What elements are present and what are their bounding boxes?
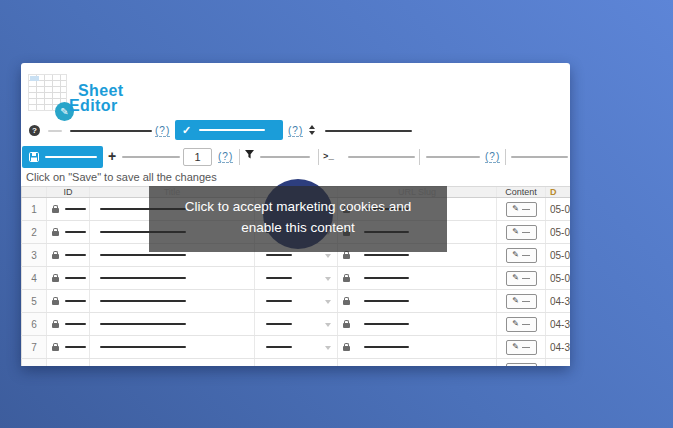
id-cell[interactable] bbox=[47, 221, 90, 243]
title-cell[interactable] bbox=[90, 267, 255, 289]
toolbar-divider bbox=[318, 149, 319, 165]
lock-icon bbox=[343, 277, 350, 282]
pencil-icon: ✎ bbox=[512, 320, 519, 328]
header-id[interactable]: ID bbox=[47, 187, 90, 197]
help-link[interactable]: (?) bbox=[485, 151, 500, 163]
id-cell[interactable] bbox=[47, 359, 90, 366]
dropdown-cell[interactable] bbox=[255, 290, 338, 312]
row-number-cell: 5 bbox=[21, 290, 47, 312]
slug-value-bar bbox=[364, 346, 409, 348]
toolbar-divider bbox=[239, 149, 240, 165]
dropdown-caret-icon[interactable] bbox=[325, 300, 331, 304]
content-dash bbox=[522, 324, 530, 325]
date-cell[interactable] bbox=[546, 359, 570, 366]
content-cell: ✎ bbox=[497, 359, 546, 366]
edit-content-button[interactable]: ✎ bbox=[506, 363, 537, 367]
dropdown-cell[interactable] bbox=[255, 267, 338, 289]
consent-text-line2: enable this content bbox=[149, 217, 447, 238]
id-cell[interactable] bbox=[47, 244, 90, 266]
date-cell[interactable]: 05-01 bbox=[546, 244, 570, 266]
date-cell[interactable]: 05-02 bbox=[546, 198, 570, 220]
logo-word-sheet: Sheet bbox=[78, 83, 124, 98]
filter-icon[interactable] bbox=[245, 150, 254, 159]
help-link[interactable]: (?) bbox=[288, 125, 303, 137]
date-cell[interactable]: 04-30 bbox=[546, 336, 570, 358]
value-bar bbox=[266, 277, 292, 279]
edit-content-button[interactable]: ✎ bbox=[506, 317, 537, 332]
value-bar bbox=[266, 254, 292, 256]
save-button[interactable] bbox=[22, 146, 103, 168]
tool-label-line bbox=[511, 156, 568, 158]
date-cell[interactable]: 04-30 bbox=[546, 290, 570, 312]
edit-content-button[interactable]: ✎ bbox=[506, 225, 537, 240]
edit-content-button[interactable]: ✎ bbox=[506, 202, 537, 217]
dropdown-caret-icon[interactable] bbox=[325, 277, 331, 281]
help-icon[interactable]: ? bbox=[29, 125, 40, 136]
formulas-terminal-icon[interactable]: >_ bbox=[323, 152, 334, 162]
save-hint-text: Click on "Save" to save all the changes bbox=[26, 171, 217, 183]
content-cell: ✎ bbox=[497, 290, 546, 312]
dropdown-caret-icon[interactable] bbox=[325, 254, 331, 258]
lock-icon bbox=[343, 323, 350, 328]
lock-icon bbox=[52, 323, 59, 328]
run-search-button[interactable]: ✓ bbox=[175, 120, 283, 140]
row-number-cell: 2 bbox=[21, 221, 47, 243]
title-cell[interactable] bbox=[90, 336, 255, 358]
toolbar-divider bbox=[505, 149, 506, 165]
table-row: 7 ✎ 04-30 bbox=[21, 336, 570, 359]
title-cell[interactable] bbox=[90, 290, 255, 312]
url-slug-cell[interactable] bbox=[338, 359, 497, 366]
id-cell[interactable] bbox=[47, 313, 90, 335]
dropdown-caret-icon[interactable] bbox=[325, 323, 331, 327]
cookie-consent-overlay[interactable]: Click to accept marketing cookies and en… bbox=[149, 186, 447, 252]
title-value-bar bbox=[100, 346, 186, 348]
row-number-cell: 7 bbox=[21, 336, 47, 358]
title-cell[interactable] bbox=[90, 313, 255, 335]
dropdown-cell[interactable] bbox=[255, 359, 338, 366]
toolbar-divider bbox=[419, 149, 420, 165]
url-slug-cell[interactable] bbox=[338, 336, 497, 358]
date-cell[interactable]: 04-30 bbox=[546, 313, 570, 335]
id-cell[interactable] bbox=[47, 336, 90, 358]
date-cell[interactable]: 05-01 bbox=[546, 267, 570, 289]
value-bar bbox=[266, 346, 292, 348]
label-placeholder-line bbox=[48, 130, 62, 132]
dropdown-caret-icon[interactable] bbox=[325, 346, 331, 350]
id-cell[interactable] bbox=[47, 267, 90, 289]
id-value-bar bbox=[65, 323, 86, 325]
id-value-bar bbox=[65, 300, 86, 302]
lock-icon bbox=[343, 346, 350, 351]
id-cell[interactable] bbox=[47, 198, 90, 220]
row-number-cell: 4 bbox=[21, 267, 47, 289]
row-number-cell: 1 bbox=[21, 198, 47, 220]
add-rows-plus-icon[interactable]: + bbox=[108, 148, 116, 164]
slug-value-bar bbox=[364, 300, 409, 302]
title-cell[interactable] bbox=[90, 359, 255, 366]
table-row: ✎ bbox=[21, 359, 570, 366]
id-value-bar bbox=[65, 231, 86, 233]
url-slug-cell[interactable] bbox=[338, 267, 497, 289]
table-row: 4 ✎ 05-01 bbox=[21, 267, 570, 290]
date-cell[interactable]: 05-02 bbox=[546, 221, 570, 243]
sort-toggle-icon[interactable] bbox=[309, 125, 315, 135]
help-link[interactable]: (?) bbox=[155, 125, 170, 137]
edit-content-button[interactable]: ✎ bbox=[506, 248, 537, 263]
add-rows-label-line bbox=[122, 156, 180, 158]
edit-content-button[interactable]: ✎ bbox=[506, 340, 537, 355]
id-cell[interactable] bbox=[47, 290, 90, 312]
header-content[interactable]: Content bbox=[497, 187, 546, 197]
edit-content-button[interactable]: ✎ bbox=[506, 294, 537, 309]
sort-field-placeholder-line[interactable] bbox=[325, 130, 412, 132]
dropdown-cell[interactable] bbox=[255, 313, 338, 335]
header-date[interactable]: D bbox=[546, 187, 570, 197]
save-label-line bbox=[45, 156, 97, 158]
pencil-icon: ✎ bbox=[512, 251, 519, 259]
edit-content-button[interactable]: ✎ bbox=[506, 271, 537, 286]
url-slug-cell[interactable] bbox=[338, 313, 497, 335]
help-link[interactable]: (?) bbox=[218, 151, 233, 163]
title-value-bar bbox=[100, 277, 186, 279]
search-field-placeholder-line[interactable] bbox=[70, 130, 152, 132]
rows-count-input[interactable] bbox=[183, 148, 212, 166]
url-slug-cell[interactable] bbox=[338, 290, 497, 312]
dropdown-cell[interactable] bbox=[255, 336, 338, 358]
